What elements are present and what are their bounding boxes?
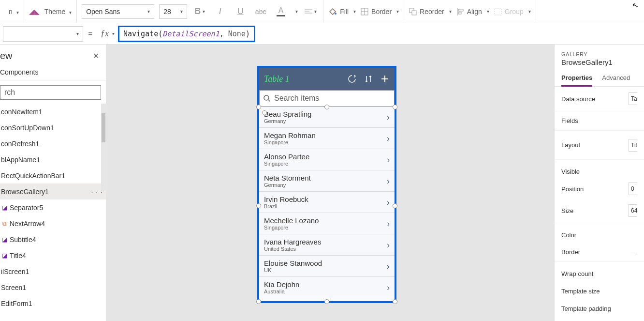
equals-sign: = xyxy=(83,30,98,38)
svg-rect-11 xyxy=(458,12,461,14)
svg-line-16 xyxy=(268,100,270,102)
property-select[interactable]: ▾ xyxy=(3,26,83,42)
tree-item[interactable]: ◪Separator5 xyxy=(0,199,106,215)
gallery-item[interactable]: Elouise StanwoodUK› xyxy=(259,256,395,277)
refresh-icon[interactable] xyxy=(347,74,357,84)
prop-layout-label: Layout xyxy=(561,141,580,149)
italic-button[interactable]: I xyxy=(212,4,228,19)
chevron-right-icon[interactable]: › xyxy=(387,261,390,271)
tree-item[interactable]: BrowseGallery1· · · xyxy=(0,183,106,199)
font-color-button[interactable]: A xyxy=(273,4,289,19)
group-icon xyxy=(494,8,502,15)
gallery-item[interactable]: Mechelle LozanoSingapore› xyxy=(259,213,395,234)
chevron-right-icon[interactable]: › xyxy=(387,154,390,165)
prop-border-label: Border xyxy=(561,248,580,256)
props-object-name: BrowseGallery1 xyxy=(555,58,644,70)
tree-tab-components[interactable]: Components xyxy=(0,64,45,80)
align-button[interactable]: Align▾ xyxy=(456,8,489,15)
svg-rect-8 xyxy=(412,11,416,15)
properties-panel: GALLERY BrowseGallery1 Properties Advanc… xyxy=(554,45,644,321)
strikethrough-button[interactable]: abc xyxy=(253,4,268,19)
tree-view-panel: ew ✕ Components rch conNewItem1conSortUp… xyxy=(0,45,106,321)
chevron-right-icon[interactable]: › xyxy=(387,240,390,250)
formatting-toolbar: n ▾ ◢◣ Theme ▾ Open Sans▾ 28▾ B▾ I U abc… xyxy=(0,0,644,23)
tree-item[interactable]: conRefresh1 xyxy=(0,136,106,152)
gallery-item[interactable]: Kia DejohnAustralia› xyxy=(259,277,395,298)
prop-size-label: Size xyxy=(561,207,573,214)
tree-item[interactable]: conNewItem1 xyxy=(0,104,106,120)
unknown-dropdown[interactable]: n ▾ xyxy=(9,8,19,15)
theme-icon: ◢◣ xyxy=(29,8,40,15)
chevron-right-icon[interactable]: › xyxy=(387,218,390,229)
canvas[interactable]: Table 1 Search items Beau SpratlingGerma… xyxy=(106,45,554,321)
underline-button[interactable]: U xyxy=(233,4,248,19)
border-button[interactable]: Border▾ xyxy=(361,8,399,15)
sort-icon[interactable] xyxy=(364,74,373,84)
fill-button[interactable]: Fill▾ xyxy=(328,7,356,16)
font-family-select[interactable]: Open Sans▾ xyxy=(82,4,154,19)
tree-item[interactable]: conSortUpDown1 xyxy=(0,120,106,136)
tree-item[interactable]: ilScreen1 xyxy=(0,263,106,279)
phone-preview[interactable]: Table 1 Search items Beau SpratlingGerma… xyxy=(257,66,396,303)
gallery-item[interactable]: Megan RohmanSingapore› xyxy=(259,128,395,149)
prop-size-value[interactable]: 64 xyxy=(629,204,637,217)
tree-item[interactable]: blAppName1 xyxy=(0,152,106,168)
svg-point-15 xyxy=(264,95,269,100)
tree-search-input[interactable]: rch xyxy=(0,85,101,100)
theme-dropdown[interactable]: Theme ▾ xyxy=(44,8,72,15)
align-icon xyxy=(456,8,464,15)
chevron-right-icon[interactable]: › xyxy=(387,197,390,207)
search-icon xyxy=(263,95,270,102)
prop-layout-value[interactable]: Tit xyxy=(629,139,637,152)
fx-label[interactable]: ƒx▾ xyxy=(98,29,117,39)
prop-wrap-count-label: Wrap count xyxy=(561,270,593,277)
tree-item[interactable]: ⧉NextArrow4 xyxy=(0,215,106,231)
prop-color-label: Color xyxy=(561,231,576,239)
prop-visible-label: Visible xyxy=(561,168,580,175)
chevron-right-icon[interactable]: › xyxy=(387,112,390,122)
group-button: Group▾ xyxy=(494,8,531,15)
font-size-select[interactable]: 28▾ xyxy=(159,4,187,19)
reorder-button[interactable]: Reorder▾ xyxy=(409,8,452,15)
border-icon xyxy=(361,8,368,15)
gallery-item[interactable]: Ivana HargreavesUnited States› xyxy=(259,234,395,256)
chevron-down-icon[interactable]: ▾ xyxy=(295,9,298,14)
scrollbar-thumb[interactable] xyxy=(102,113,105,142)
fill-icon xyxy=(328,7,337,16)
add-icon[interactable] xyxy=(380,74,390,84)
gallery-item[interactable]: Irvin RoebuckBrazil› xyxy=(259,192,395,213)
tab-properties[interactable]: Properties xyxy=(561,70,592,87)
close-icon[interactable]: ✕ xyxy=(93,51,99,61)
tree-title: ew xyxy=(0,50,13,61)
prop-position-label: Position xyxy=(561,185,584,193)
tree-item[interactable]: Screen1 xyxy=(0,279,106,295)
tree-item[interactable]: EditForm1 xyxy=(0,295,106,311)
tab-advanced[interactable]: Advanced xyxy=(602,70,630,86)
tree-item[interactable]: ◪Subtitle4 xyxy=(0,231,106,247)
svg-rect-12 xyxy=(495,8,501,15)
bold-button[interactable]: B▾ xyxy=(192,4,207,19)
app-header: Table 1 xyxy=(259,68,395,90)
prop-data-source-value[interactable]: Ta xyxy=(629,92,637,105)
svg-rect-10 xyxy=(458,9,463,11)
prop-template-padding-label: Template padding xyxy=(561,305,611,312)
prop-data-source-label: Data source xyxy=(561,95,595,103)
prop-position-value[interactable]: 0 xyxy=(629,183,637,195)
svg-point-3 xyxy=(335,13,337,15)
gallery-item[interactable]: Alonso ParteeSingapore› xyxy=(259,149,395,170)
prop-fields-label: Fields xyxy=(561,117,578,124)
tree-item[interactable]: ◪Title4 xyxy=(0,247,106,263)
chevron-right-icon[interactable]: › xyxy=(387,176,390,186)
props-section-label: GALLERY xyxy=(555,45,644,58)
gallery[interactable]: Beau SpratlingGermany›Megan RohmanSingap… xyxy=(259,107,395,301)
chevron-right-icon[interactable]: › xyxy=(387,133,390,143)
gallery-item[interactable]: Neta StormentGermany› xyxy=(259,170,395,192)
reorder-icon xyxy=(409,8,417,15)
app-title: Table 1 xyxy=(264,74,340,84)
gallery-item[interactable]: Beau SpratlingGermany› xyxy=(259,107,395,128)
chevron-right-icon[interactable]: › xyxy=(387,282,390,292)
formula-input[interactable]: Navigate(DetailScreen1, None) xyxy=(117,23,641,44)
text-align-button[interactable]: ▾ xyxy=(303,4,318,19)
app-search-input[interactable]: Search items xyxy=(259,90,395,107)
tree-item[interactable]: RectQuickActionBar1 xyxy=(0,168,106,183)
